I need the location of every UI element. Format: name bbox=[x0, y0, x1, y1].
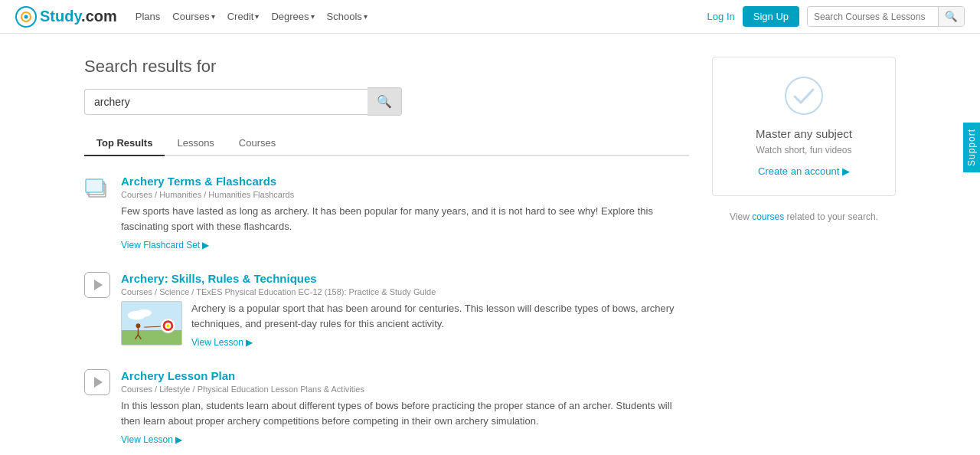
courses-chevron-icon: ▾ bbox=[211, 12, 215, 21]
sidebar: Master any subject Watch short, fun vide… bbox=[712, 57, 896, 455]
degrees-chevron-icon: ▾ bbox=[311, 12, 315, 21]
play-triangle-icon-3 bbox=[94, 377, 103, 388]
checkmark-icon bbox=[784, 76, 824, 116]
tab-top-results[interactable]: Top Results bbox=[84, 131, 165, 156]
result-1-body: Archery Terms & Flashcards Courses / Hum… bbox=[121, 175, 689, 250]
header-search-button[interactable]: 🔍 bbox=[938, 7, 964, 26]
search-submit-icon: 🔍 bbox=[377, 95, 392, 108]
tab-courses[interactable]: Courses bbox=[227, 131, 288, 156]
main-search-bar: 🔍 bbox=[84, 87, 689, 116]
nav-plans[interactable]: Plans bbox=[136, 11, 161, 22]
result-1-title[interactable]: Archery Terms & Flashcards bbox=[121, 175, 689, 188]
result-1-breadcrumb: Courses / Humanities / Humanities Flashc… bbox=[121, 190, 689, 199]
result-2-link[interactable]: View Lesson ▶ bbox=[191, 337, 253, 348]
result-2-desc: Archery is a popular sport that has been… bbox=[191, 301, 689, 331]
support-button[interactable]: Support bbox=[963, 123, 980, 172]
main-search-input[interactable] bbox=[84, 89, 368, 115]
sidebar-master-card: Master any subject Watch short, fun vide… bbox=[712, 57, 896, 196]
result-item-1: Archery Terms & Flashcards Courses / Hum… bbox=[84, 175, 689, 250]
nav-degrees[interactable]: Degrees ▾ bbox=[271, 11, 314, 22]
search-icon: 🔍 bbox=[945, 11, 958, 22]
result-item-3: Archery Lesson Plan Courses / Lifestyle … bbox=[84, 369, 689, 445]
result-2-breadcrumb: Courses / Science / TExES Physical Educa… bbox=[121, 287, 689, 296]
sidebar-courses-link[interactable]: courses bbox=[752, 211, 784, 222]
header-search-bar: 🔍 bbox=[807, 6, 965, 27]
tab-lessons[interactable]: Lessons bbox=[165, 131, 226, 156]
main-search-button[interactable]: 🔍 bbox=[368, 87, 402, 116]
play-triangle-icon bbox=[94, 280, 103, 290]
result-3-breadcrumb: Courses / Lifestyle / Physical Education… bbox=[121, 385, 689, 394]
lesson-2-content: Archery is a popular sport that has been… bbox=[191, 301, 689, 348]
logo-text: Study.com bbox=[40, 8, 117, 25]
lesson-2-row: Archery is a popular sport that has been… bbox=[121, 301, 689, 348]
header: Study.com Plans Courses ▾ Credit ▾ Degre… bbox=[0, 0, 980, 34]
svg-point-14 bbox=[136, 323, 141, 328]
schools-chevron-icon: ▾ bbox=[364, 12, 368, 21]
result-3-body: Archery Lesson Plan Courses / Lifestyle … bbox=[121, 369, 689, 445]
search-results-title: Search results for bbox=[84, 57, 689, 77]
result-3-title[interactable]: Archery Lesson Plan bbox=[121, 369, 689, 382]
flashcard-icon bbox=[84, 176, 110, 202]
result-3-link[interactable]: View Lesson ▶ bbox=[121, 434, 182, 445]
logo-icon bbox=[15, 6, 37, 28]
main-content: Search results for 🔍 Top Results Lessons… bbox=[69, 34, 911, 455]
sidebar-card-title: Master any subject bbox=[725, 127, 883, 140]
nav-courses[interactable]: Courses ▾ bbox=[172, 11, 214, 22]
result-1-desc: Few sports have lasted as long as archer… bbox=[121, 204, 689, 234]
result-2-body: Archery: Skills, Rules & Techniques Cour… bbox=[121, 272, 689, 348]
svg-rect-7 bbox=[122, 330, 181, 345]
svg-point-13 bbox=[166, 324, 169, 327]
result-3-desc: In this lesson plan, students learn abou… bbox=[121, 398, 689, 428]
login-button[interactable]: Log In bbox=[707, 11, 735, 22]
sidebar-card-sub: Watch short, fun videos bbox=[725, 145, 883, 155]
pages-stack-icon bbox=[84, 176, 110, 202]
svg-point-19 bbox=[786, 77, 822, 114]
svg-point-9 bbox=[137, 309, 152, 317]
header-search-input[interactable] bbox=[808, 8, 938, 26]
credit-chevron-icon: ▾ bbox=[255, 12, 259, 21]
nav-schools[interactable]: Schools ▾ bbox=[327, 11, 368, 22]
lesson-2-thumbnail bbox=[121, 301, 182, 345]
logo[interactable]: Study.com bbox=[15, 6, 117, 28]
signup-button[interactable]: Sign Up bbox=[743, 6, 799, 27]
nav-credit[interactable]: Credit ▾ bbox=[227, 11, 260, 22]
svg-rect-5 bbox=[86, 179, 103, 192]
video-icon-2 bbox=[84, 272, 110, 298]
header-right: Log In Sign Up 🔍 bbox=[707, 6, 965, 27]
result-tabs: Top Results Lessons Courses bbox=[84, 131, 689, 156]
result-item-2: Archery: Skills, Rules & Techniques Cour… bbox=[84, 272, 689, 348]
result-1-link[interactable]: View Flashcard Set ▶ bbox=[121, 240, 210, 250]
main-nav: Plans Courses ▾ Credit ▾ Degrees ▾ Schoo… bbox=[136, 11, 368, 22]
archery-thumb-image bbox=[122, 302, 181, 345]
video-icon-3 bbox=[84, 369, 110, 395]
result-2-title[interactable]: Archery: Skills, Rules & Techniques bbox=[121, 272, 689, 285]
sidebar-create-account-link[interactable]: Create an account ▶ bbox=[758, 165, 850, 177]
sidebar-courses-note: View courses related to your search. bbox=[712, 211, 896, 222]
search-results-content: Search results for 🔍 Top Results Lessons… bbox=[84, 57, 689, 455]
svg-point-2 bbox=[24, 15, 28, 18]
